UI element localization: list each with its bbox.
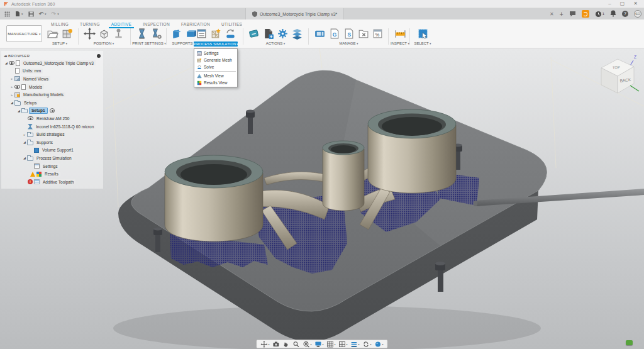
undo-icon[interactable]: ↶ (39, 11, 47, 17)
menu-item-solve[interactable]: Solve (194, 64, 237, 70)
select-icon[interactable] (417, 28, 429, 40)
save-icon[interactable] (28, 11, 34, 17)
tree-item-manufacturing-models[interactable]: Manufacturing Models (1, 91, 103, 99)
expand-icon[interactable] (4, 61, 9, 65)
new-tab-icon[interactable]: + (560, 11, 564, 18)
environment-icon[interactable] (375, 341, 384, 348)
quick-access-bar: ↶ ↷ Outcome3_Motorcycle Triple Clamp v3*… (0, 8, 644, 19)
workspace-selector[interactable]: MANUFACTURE (6, 25, 42, 42)
new-setup-icon[interactable] (47, 28, 58, 40)
document-tab[interactable]: Outcome3_Motorcycle Triple Clamp v3* (245, 8, 344, 19)
group-label-select[interactable]: SELECT (412, 42, 433, 45)
view-cube[interactable]: Z TOP BACK (594, 53, 640, 98)
group-label-process-simulation[interactable]: PROCESS SIMULATION (194, 42, 238, 47)
toolpath-layers-icon[interactable] (291, 28, 303, 40)
simulation-settings-icon[interactable] (196, 28, 208, 40)
menu-item-settings[interactable]: Settings (194, 50, 237, 57)
close-tab-icon[interactable]: ✕ (550, 11, 554, 17)
grid-and-snaps-icon[interactable] (326, 341, 335, 348)
feedback-icon[interactable] (569, 8, 576, 19)
tree-item-build-strategies[interactable]: Build strategies (1, 130, 103, 138)
visual-style-icon[interactable] (351, 341, 360, 348)
tree-item-machine[interactable]: Renishaw AM 250 (1, 114, 103, 123)
machine-library-icon[interactable] (314, 28, 326, 40)
group-label-position[interactable]: POSITION (80, 42, 128, 45)
expand-icon[interactable] (22, 133, 27, 136)
extensions-icon[interactable]: 1 (595, 11, 604, 18)
tree-item-named-views[interactable]: Named Views (1, 75, 103, 83)
solve-icon[interactable] (225, 28, 236, 40)
fit-icon[interactable] (303, 341, 311, 348)
expand-icon[interactable] (9, 101, 14, 104)
display-settings-icon[interactable] (314, 341, 323, 348)
visibility-eye-icon[interactable] (14, 85, 20, 89)
tool-library-icon[interactable] (357, 28, 369, 40)
group-label-setup[interactable]: SETUP (44, 42, 75, 45)
arrange-icon[interactable] (113, 28, 125, 40)
look-at-icon[interactable] (272, 341, 279, 348)
expand-icon[interactable] (22, 140, 27, 144)
setup-sheet-icon[interactable] (61, 28, 73, 40)
measure-icon[interactable] (394, 28, 406, 40)
expand-icon[interactable] (9, 85, 14, 89)
viewport[interactable]: ◂◂ BROWSER Outcome3_Motorcycle Triple Cl… (0, 48, 644, 349)
move-icon[interactable] (84, 28, 96, 40)
tree-item-supports[interactable]: Supports (1, 138, 103, 147)
zoom-icon[interactable] (292, 341, 299, 348)
tree-item-models[interactable]: Models (1, 83, 103, 91)
tree-item-process-simulation[interactable]: Process Simulation (1, 154, 103, 162)
simulate-icon[interactable] (248, 28, 260, 40)
tree-item-volume-support[interactable]: Volume Support1 (1, 147, 103, 155)
tree-item-units[interactable]: Units: mm (1, 67, 103, 75)
maximize-icon[interactable]: ▢ (620, 0, 625, 8)
refresh-icon[interactable] (363, 341, 372, 348)
expand-icon[interactable] (9, 77, 14, 80)
tree-item-setup1[interactable]: Setup1 (1, 107, 103, 115)
redo-icon[interactable]: ↷ (52, 11, 59, 17)
menu-item-mesh-view[interactable]: Mesh View (194, 72, 237, 79)
gcode-document-icon[interactable]: G (328, 28, 340, 40)
orient-icon[interactable] (98, 28, 110, 40)
pan-icon[interactable] (282, 341, 289, 348)
minimize-icon[interactable]: – (608, 0, 611, 8)
tree-item-results[interactable]: Results (1, 170, 103, 178)
generate-icon[interactable] (277, 28, 289, 40)
ribbon: MANUFACTURE MILLING TURNING ADDITIVE INS… (0, 19, 644, 48)
post-process-icon[interactable] (262, 28, 274, 40)
material-icon (28, 124, 33, 130)
group-label-manage[interactable]: MANAGE (313, 42, 385, 45)
display-options-icon[interactable] (97, 54, 101, 58)
job-status-icon[interactable] (582, 10, 589, 18)
expand-icon[interactable] (9, 93, 14, 97)
script-document-icon[interactable]: S (343, 28, 355, 40)
print-settings-edit-icon[interactable] (150, 28, 162, 40)
group-label-actions[interactable]: ACTIONS (247, 42, 304, 45)
visibility-eye-icon[interactable] (28, 116, 33, 120)
tree-item-setups[interactable]: Setups (1, 99, 103, 107)
tree-item-additive-toolpath[interactable]: Additive Toolpath (1, 178, 103, 186)
close-icon[interactable]: ✕ (633, 0, 638, 8)
generate-mesh-icon[interactable] (210, 28, 222, 40)
volume-support-icon[interactable] (170, 28, 182, 40)
file-menu-icon[interactable] (15, 11, 23, 17)
task-manager-icon[interactable]: % (372, 28, 384, 40)
notifications-bell-icon[interactable] (610, 8, 616, 19)
expand-icon[interactable] (16, 109, 21, 113)
visibility-eye-icon[interactable] (9, 61, 14, 65)
menu-item-generate-mesh[interactable]: Generate Mesh (194, 57, 237, 64)
tree-item-root[interactable]: Outcome3_Motorcycle Triple Clamp v3 (1, 59, 103, 67)
tree-item-sim-settings[interactable]: Settings (1, 162, 103, 170)
user-avatar[interactable]: SO (634, 10, 641, 18)
print-settings-icon[interactable] (136, 28, 148, 40)
expand-icon[interactable] (22, 156, 27, 160)
menu-item-results-view[interactable]: Results View (194, 79, 237, 86)
group-label-inspect[interactable]: INSPECT (391, 42, 409, 45)
collapse-panel-icon[interactable]: ◂◂ (4, 53, 6, 58)
svg-text:%: % (375, 32, 379, 38)
show-data-panel-icon[interactable] (4, 11, 10, 17)
viewports-icon[interactable] (339, 341, 348, 348)
orbit-icon[interactable] (260, 341, 269, 348)
help-icon[interactable]: ? (622, 11, 628, 17)
group-label-print-settings[interactable]: PRINT SETTINGS (132, 42, 166, 45)
tree-item-material[interactable]: Inconel In625-1118-Q 60 micron (1, 123, 103, 131)
